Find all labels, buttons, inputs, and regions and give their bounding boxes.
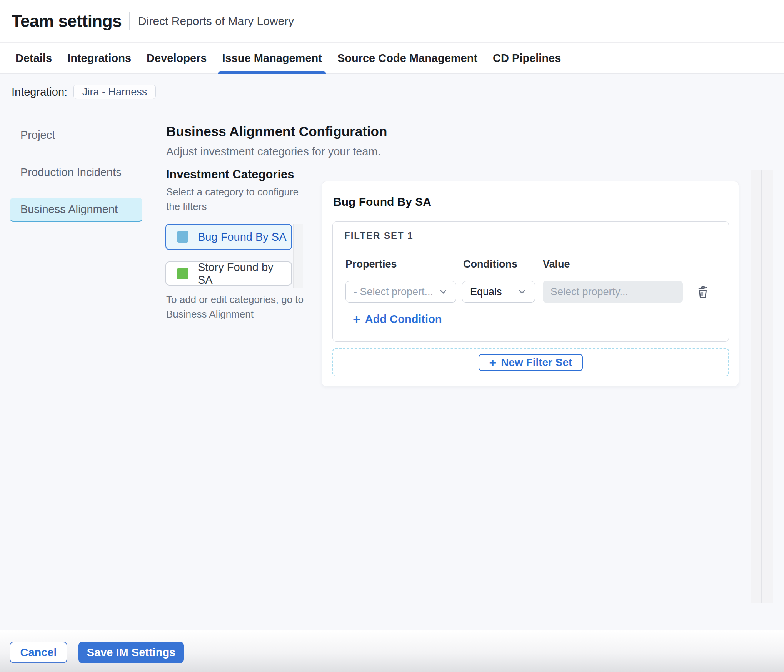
tab-integrations[interactable]: Integrations: [67, 43, 131, 73]
plus-icon: +: [489, 356, 497, 369]
sidebar-divider: [155, 110, 155, 616]
tab-cd-pipelines[interactable]: CD Pipelines: [493, 43, 561, 73]
value-column-label: Value: [543, 258, 570, 270]
new-filter-set-button[interactable]: + New Filter Set: [479, 354, 583, 371]
integration-label: Integration:: [12, 86, 67, 98]
filter-card-title: Bug Found By SA: [333, 195, 431, 208]
filter-configuration-card: Bug Found By SA FILTER SET 1 Properties …: [322, 181, 739, 386]
tab-details[interactable]: Details: [15, 43, 52, 73]
category-color-swatch: [177, 268, 188, 279]
team-settings-page: Team settings Direct Reports of Mary Low…: [0, 0, 784, 672]
category-label: Bug Found By SA: [198, 231, 287, 243]
chevron-down-icon: [517, 287, 527, 297]
properties-column-label: Properties: [345, 258, 397, 270]
delete-condition-button[interactable]: [693, 282, 713, 302]
category-story-found-by-sa[interactable]: Story Found by SA: [165, 261, 292, 286]
tab-developers[interactable]: Developers: [147, 43, 207, 73]
tab-bar: Details Integrations Developers Issue Ma…: [0, 42, 784, 74]
category-label: Story Found by SA: [198, 261, 291, 286]
category-bug-found-by-sa[interactable]: Bug Found By SA: [165, 224, 292, 250]
property-select-placeholder: - Select propert...: [354, 286, 434, 298]
condition-select-value: Equals: [470, 286, 513, 298]
categories-divider: [310, 170, 310, 616]
categories-note: To add or edit categories, go to Busines…: [166, 292, 304, 321]
plus-icon: +: [353, 313, 360, 326]
save-im-settings-button[interactable]: Save IM Settings: [78, 642, 184, 663]
new-filter-set-label: New Filter Set: [501, 356, 572, 369]
category-color-swatch: [177, 231, 188, 243]
page-section-title: Business Alignment Configuration: [166, 124, 387, 139]
categories-scrollbar[interactable]: [293, 224, 303, 288]
sidebar-item-business-alignment[interactable]: Business Alignment: [10, 198, 142, 222]
filter-set-1: FILTER SET 1 Properties Conditions Value…: [332, 221, 729, 342]
new-filter-set-dropzone: + New Filter Set: [332, 348, 729, 376]
page-title: Team settings: [12, 12, 122, 31]
value-input[interactable]: [543, 281, 683, 303]
trash-icon: [694, 283, 711, 300]
investment-categories-title: Investment Categories: [166, 168, 294, 181]
conditions-column-label: Conditions: [463, 258, 517, 270]
panel-scrollbar-inner[interactable]: [762, 170, 773, 603]
filter-set-title: FILTER SET 1: [344, 230, 414, 241]
add-condition-label: Add Condition: [365, 313, 442, 326]
integration-chip[interactable]: Jira - Harness: [73, 85, 156, 99]
page-section-subtitle: Adjust investment categories for your te…: [166, 145, 381, 158]
add-condition-button[interactable]: + Add Condition: [353, 313, 442, 326]
page-header: Team settings Direct Reports of Mary Low…: [0, 0, 784, 42]
sidebar-item-production-incidents[interactable]: Production Incidents: [10, 160, 142, 184]
tab-source-code-management[interactable]: Source Code Management: [337, 43, 477, 73]
page-subtitle: Direct Reports of Mary Lowery: [138, 15, 294, 28]
panel-scrollbar-outer[interactable]: [751, 170, 762, 603]
chevron-down-icon: [438, 287, 448, 297]
tab-issue-management[interactable]: Issue Management: [222, 43, 322, 73]
property-select[interactable]: - Select propert...: [345, 281, 456, 303]
content-area: Integration: Jira - Harness Project Prod…: [0, 74, 784, 630]
header-divider: [8, 110, 776, 110]
title-separator: [129, 12, 130, 30]
cancel-button[interactable]: Cancel: [10, 642, 67, 663]
sidebar-item-project[interactable]: Project: [10, 123, 142, 147]
integration-row: Integration: Jira - Harness: [12, 85, 156, 99]
condition-select[interactable]: Equals: [462, 281, 535, 303]
condition-row: - Select propert... Equals: [333, 281, 729, 303]
footer-bar: Cancel Save IM Settings: [0, 630, 784, 672]
investment-categories-description: Select a category to configure the filte…: [166, 185, 309, 214]
